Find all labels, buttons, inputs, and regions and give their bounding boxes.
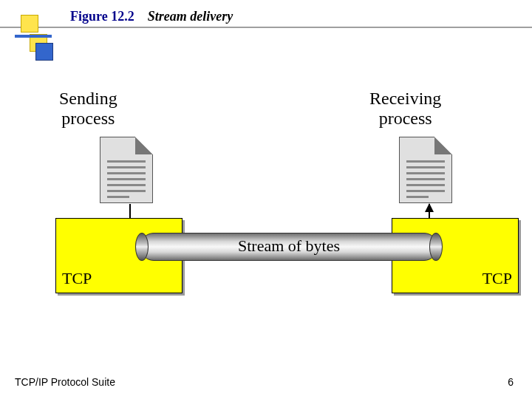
bullet-icon bbox=[21, 15, 38, 33]
bullet-icon bbox=[35, 43, 53, 61]
stream-label: Stream of bytes bbox=[141, 236, 437, 256]
tcp-label: TCP bbox=[482, 269, 512, 288]
header-rule bbox=[0, 27, 532, 28]
document-icon bbox=[100, 137, 153, 203]
document-icon bbox=[399, 137, 452, 203]
bullet-icon bbox=[15, 35, 52, 38]
figure-caption: Stream delivery bbox=[148, 9, 233, 24]
figure-title: Figure 12.2 Stream delivery bbox=[70, 9, 233, 24]
sending-process-label: Sendingprocess bbox=[59, 89, 117, 129]
slide: Figure 12.2 Stream delivery Sendingproce… bbox=[0, 0, 532, 399]
footer-text: TCP/IP Protocol Suite bbox=[15, 376, 115, 388]
page-number: 6 bbox=[508, 376, 514, 388]
receiving-process-label: Receivingprocess bbox=[369, 89, 441, 129]
tcp-label: TCP bbox=[62, 269, 92, 288]
stream-pipe: Stream of bytes bbox=[140, 233, 437, 261]
figure-number: Figure 12.2 bbox=[70, 9, 134, 24]
